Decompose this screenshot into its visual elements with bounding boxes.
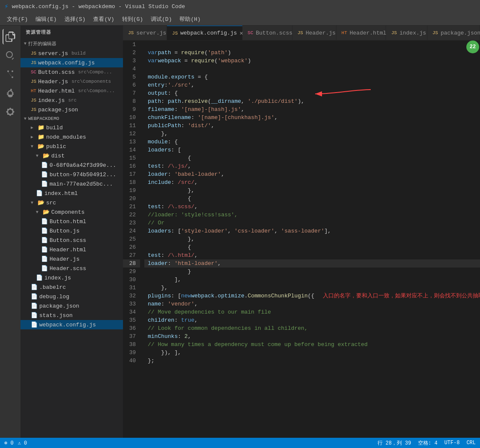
tab-scss-icon: SC xyxy=(248,30,253,35)
file-button-html[interactable]: 📄 Button.html xyxy=(20,217,123,226)
green-badge: 22 xyxy=(466,41,479,53)
status-line-endings[interactable]: CRL xyxy=(466,440,476,446)
menu-file[interactable]: 文件(F) xyxy=(3,14,31,25)
file-main-777e-label: main-777eae2d5bc... xyxy=(50,181,113,187)
code-line-31: }, xyxy=(144,284,480,292)
code-line-17: loader: 'babel-loader', xyxy=(144,170,480,178)
file-header-js-label: Header.js xyxy=(50,256,79,262)
file-header-html-label: Header.html xyxy=(50,247,86,253)
tab-button-scss[interactable]: SC Button.scss xyxy=(243,26,293,40)
explorer-icon[interactable] xyxy=(3,29,18,44)
tab-webpack-icon: JS xyxy=(172,31,178,36)
ln-22: 22 xyxy=(123,211,140,219)
ln-16: 16 xyxy=(123,162,140,170)
status-errors[interactable]: ⊗ 0 xyxy=(4,440,14,446)
code-line-30: ], xyxy=(144,276,480,284)
file-stats-json[interactable]: 📄 stats.json xyxy=(20,311,123,320)
folder-build[interactable]: ▶ 📁 build xyxy=(20,123,123,132)
title-bar-text: webpack.config.js - webpackdemo - Visual… xyxy=(12,3,185,10)
folder-public[interactable]: ▼ 📂 public xyxy=(20,142,123,151)
folder-node-modules[interactable]: ▶ 📁 node_modules xyxy=(20,132,123,142)
tab-server-js[interactable]: JS server.js xyxy=(123,26,167,40)
open-file-package-json[interactable]: JS package.json xyxy=(20,105,123,114)
open-file-name: server.js xyxy=(38,50,68,57)
tab-index-js-label: index.js xyxy=(399,30,426,36)
open-file-name6: index.js xyxy=(38,97,64,104)
status-left: ⊗ 0 ⚠ 0 xyxy=(4,440,27,446)
file-index-html[interactable]: 📄 index.html xyxy=(20,189,123,198)
webpackdemo-arrow: ▼ xyxy=(24,116,26,121)
search-activity-icon[interactable] xyxy=(3,48,18,63)
open-file-index-js[interactable]: JS index.js src xyxy=(20,96,123,105)
folder-src-label: src xyxy=(46,200,56,206)
file-header-html[interactable]: 📄 Header.html xyxy=(20,245,123,254)
vscode-icon: ⚡ xyxy=(4,2,9,11)
file-src-index-js[interactable]: 📄 index.js xyxy=(20,273,123,282)
tab-webpack-config[interactable]: JS webpack.config.js ✕ xyxy=(167,26,243,40)
ln-2: 2 xyxy=(123,49,140,57)
folder-components[interactable]: ▼ 📂 Components xyxy=(20,207,123,217)
file-header-scss-label: Header.scss xyxy=(50,265,86,272)
ln-8: 8 xyxy=(123,97,140,105)
menu-select[interactable]: 选择(S) xyxy=(61,14,89,25)
code-line-35: children: true, xyxy=(144,316,480,324)
open-file-button-scss[interactable]: SC Button.scss src\Compo... xyxy=(20,67,123,77)
menu-view[interactable]: 查看(V) xyxy=(90,14,117,25)
tab-index-js[interactable]: JS index.js xyxy=(386,26,427,40)
webpackdemo-section[interactable]: ▼ WEBPACKDEMO xyxy=(20,114,123,123)
menu-help[interactable]: 帮助(H) xyxy=(176,14,204,25)
debug-activity-icon[interactable] xyxy=(3,85,18,101)
git-activity-icon[interactable] xyxy=(3,67,18,82)
open-file-header-html[interactable]: HT Header.html src\Compon... xyxy=(20,86,123,96)
tab-header-html[interactable]: HT Header.html xyxy=(337,26,386,40)
scss-icon-2: 📄 xyxy=(41,265,48,272)
open-editors-section[interactable]: ▼ 打开的编辑器 xyxy=(20,39,123,49)
file-babelrc[interactable]: 📄 .babelrc xyxy=(20,282,123,292)
ln-20: 20 xyxy=(123,195,140,203)
menu-debug[interactable]: 调试(D) xyxy=(147,14,175,25)
open-file-header-js[interactable]: JS Header.js src\Components xyxy=(20,77,123,86)
folder-dist[interactable]: ▼ 📂 dist xyxy=(20,151,123,160)
file-stats-json-label: stats.json xyxy=(39,312,73,319)
file-button-scss[interactable]: 📄 Button.scss xyxy=(20,236,123,245)
editor-content[interactable]: 1 2 3 4 5 6 7 8 9 10 11 12 13 14 15 16 1… xyxy=(123,41,480,438)
file-webpack-config-js[interactable]: 📄 webpack.config.js xyxy=(20,320,123,329)
ln-29: 29 xyxy=(123,268,140,276)
html-icon-2: 📄 xyxy=(41,218,48,225)
tab-header-js[interactable]: JS Header.js xyxy=(293,26,337,40)
open-file-server-js[interactable]: JS server.js build xyxy=(20,49,123,58)
folder-src-arrow: ▼ xyxy=(31,201,36,205)
open-file-webpack-config[interactable]: JS webpack.config.js xyxy=(20,58,123,67)
file-button-js[interactable]: 📄 Button.js xyxy=(20,226,123,236)
file-package-json[interactable]: 📄 package.json xyxy=(20,301,123,311)
status-warnings[interactable]: ⚠ 0 xyxy=(18,440,27,446)
tab-package-json[interactable]: JS package.json xyxy=(427,26,480,40)
file-debug-log-label: debug.log xyxy=(39,294,69,300)
menu-edit[interactable]: 编辑(E) xyxy=(32,14,60,25)
file-button-scss-label: Button.scss xyxy=(50,237,86,244)
ln-32: 32 xyxy=(123,292,140,300)
ln-1: 1 xyxy=(123,41,140,49)
code-editor[interactable]: var path = require('path') var webpack =… xyxy=(144,41,480,438)
file-0-68f0-label: 0-68f0a6a42f3d99e... xyxy=(50,162,116,169)
status-encoding[interactable]: UTF-8 xyxy=(444,440,460,446)
file-babelrc-label: .babelrc xyxy=(39,284,66,291)
menu-goto[interactable]: 转到(G) xyxy=(119,14,146,25)
file-0-68f0[interactable]: 📄 0-68f0a6a42f3d99e... xyxy=(20,160,123,170)
folder-build-icon: 📁 xyxy=(38,124,44,131)
ln-28: 28 xyxy=(123,259,140,268)
babelrc-icon: 📄 xyxy=(31,284,38,291)
file-button-html-label: Button.html xyxy=(50,218,86,225)
open-file-name5: Header.html xyxy=(38,88,75,94)
file-debug-log[interactable]: 📄 debug.log xyxy=(20,292,123,301)
ln-11: 11 xyxy=(123,122,140,130)
status-spaces[interactable]: 空格: 4 xyxy=(418,439,438,447)
extensions-activity-icon[interactable] xyxy=(3,104,18,119)
ln-19: 19 xyxy=(123,186,140,195)
file-header-scss[interactable]: 📄 Header.scss xyxy=(20,264,123,273)
file-header-js[interactable]: 📄 Header.js xyxy=(20,254,123,264)
file-main-777e[interactable]: 📄 main-777eae2d5bc... xyxy=(20,179,123,189)
folder-src[interactable]: ▼ 📂 src xyxy=(20,198,123,207)
status-cursor[interactable]: 行 28，列 39 xyxy=(378,439,411,447)
file-button-974b[interactable]: 📄 button-974b504912... xyxy=(20,170,123,179)
